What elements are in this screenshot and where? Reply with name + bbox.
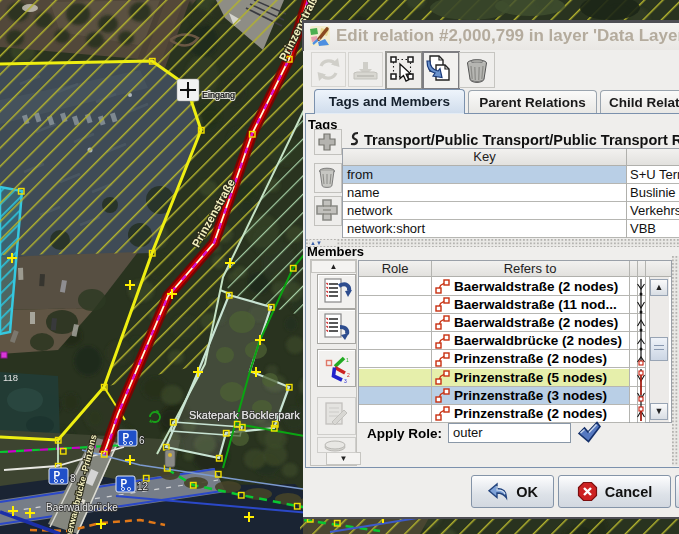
svg-text:118: 118 (3, 372, 18, 383)
svg-text:12: 12 (137, 481, 149, 492)
svg-text:2: 2 (347, 372, 350, 378)
svg-text:1: 1 (346, 357, 349, 363)
svg-text:8: 8 (70, 473, 76, 484)
svg-text:Baerwaldbrücke: Baerwaldbrücke (46, 502, 118, 513)
svg-text:6: 6 (139, 435, 145, 446)
svg-text:3: 3 (344, 378, 347, 384)
svg-text:Skatepark Böcklerpark: Skatepark Böcklerpark (189, 409, 300, 421)
svg-text:Eingang: Eingang (202, 90, 235, 100)
